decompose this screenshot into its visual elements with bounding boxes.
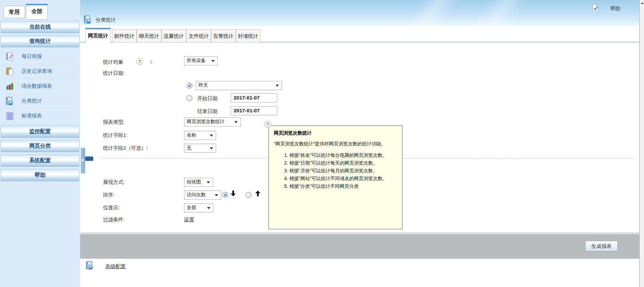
display-mode-label: 展现方式: bbox=[103, 179, 125, 185]
input-value: 2017-01-07 bbox=[234, 108, 260, 113]
sidebar-tab-all[interactable]: 全部 bbox=[26, 4, 48, 20]
tooltip-item: 根据“分类”可以统计不同网页分类 bbox=[289, 183, 397, 190]
sidebar: 常用 全部 当前在线 查询统计 每日简报 历史记录查询 综合数据报表 bbox=[0, 0, 80, 287]
end-date-input[interactable]: 2017-01-07 bbox=[231, 106, 277, 115]
section-label: 当前在线 bbox=[29, 24, 51, 30]
standard-report-icon bbox=[5, 111, 14, 121]
sort-select[interactable]: 访问次数 bbox=[184, 191, 221, 200]
sidebar-section-monitor-config[interactable]: 监控配置 bbox=[1, 125, 79, 138]
tab-alarm-stats[interactable]: 告警统计 bbox=[211, 29, 236, 42]
header-banner: 分类统计 帮助 bbox=[80, 0, 639, 26]
generate-report-button[interactable]: 生成报表 bbox=[585, 241, 618, 251]
tab-file-stats[interactable]: 文件统计 bbox=[186, 29, 211, 42]
display-mode-select[interactable]: 柱状图 bbox=[184, 178, 213, 187]
select-value: 网页浏览次数统计 bbox=[187, 119, 225, 125]
help-doc-icon[interactable] bbox=[592, 4, 599, 12]
sidebar-item-standard-report[interactable]: 标准报表 bbox=[0, 109, 80, 124]
tab-web-stats[interactable]: 网页统计 bbox=[85, 28, 111, 42]
question-icon[interactable]: ? bbox=[264, 121, 271, 128]
arrow-down-icon bbox=[230, 190, 236, 197]
history-clipboard-icon bbox=[5, 67, 14, 76]
stat-object-select[interactable]: 所有设备 bbox=[184, 56, 218, 65]
chevron-down-icon bbox=[234, 121, 238, 123]
daily-report-icon bbox=[5, 52, 14, 61]
stat-object-label: 统计对象 bbox=[103, 59, 123, 65]
banner-streak bbox=[467, 0, 531, 26]
sidebar-tab-all-label: 全部 bbox=[31, 8, 42, 14]
scroll-up-icon bbox=[641, 2, 644, 4]
quick-date-select[interactable]: 昨天 bbox=[196, 81, 282, 90]
quick-date-radio[interactable] bbox=[186, 83, 192, 89]
main-panel: 分类统计 帮助 网页统计 邮件统计 聊天统计 流量统计 文件统计 告警统计 封堵… bbox=[80, 0, 639, 287]
section-label: 帮助 bbox=[35, 172, 46, 178]
section-label: 监控配置 bbox=[29, 128, 51, 134]
sidebar-item-label: 历史记录查询 bbox=[22, 68, 52, 75]
collapse-left-icon bbox=[81, 159, 83, 162]
end-date-label: 结束日期 bbox=[197, 108, 217, 115]
vertical-scrollbar[interactable] bbox=[639, 0, 644, 287]
report-type-label: 报表类型: bbox=[103, 119, 125, 125]
sidebar-item-label: 标准报表 bbox=[22, 113, 42, 119]
section-label: 网页分类 bbox=[29, 143, 51, 149]
sort-asc-radio[interactable] bbox=[246, 192, 252, 198]
tab-label: 流量统计 bbox=[164, 33, 184, 39]
splitter-grip[interactable] bbox=[85, 156, 93, 161]
tab-label: 封堵统计 bbox=[238, 33, 258, 39]
sidebar-item-label: 每日简报 bbox=[22, 53, 42, 60]
tab-label: 邮件统计 bbox=[114, 33, 135, 39]
help-link[interactable]: 帮助 bbox=[610, 5, 620, 12]
filter-settings-link[interactable]: 设置 bbox=[184, 217, 194, 223]
radio-dot bbox=[188, 84, 191, 87]
sidebar-section-query-stats[interactable]: 查询统计 bbox=[1, 35, 79, 47]
sidebar-item-daily-report[interactable]: 每日简报 bbox=[0, 49, 80, 64]
sidebar-section-help[interactable]: 帮助 bbox=[1, 169, 79, 181]
tab-label: 告警统计 bbox=[213, 33, 234, 39]
tab-traffic-stats[interactable]: 流量统计 bbox=[161, 29, 186, 42]
field1-select[interactable]: 名称 bbox=[184, 131, 216, 140]
only-show-select[interactable]: 全部 bbox=[184, 203, 213, 212]
select-value: 访问次数 bbox=[187, 192, 206, 198]
sidebar-item-data-report[interactable]: 综合数据报表 bbox=[0, 79, 80, 94]
bar-chart-icon bbox=[5, 82, 14, 91]
sidebar-tab-common[interactable]: 常用 bbox=[3, 6, 25, 18]
category-stats-icon bbox=[85, 261, 93, 270]
tooltip-item: 根据“月份”可以统计每月的网页浏览次数。 bbox=[289, 168, 397, 174]
chevron-down-icon bbox=[276, 85, 279, 87]
sort-label: 排序: bbox=[103, 192, 114, 198]
start-date-label: 开始日期 bbox=[197, 95, 217, 102]
field1-label: 统计字段1: bbox=[103, 132, 128, 139]
active-tab-bar bbox=[26, 4, 48, 5]
sidebar-section-system-config[interactable]: 系统配置 bbox=[1, 154, 79, 167]
tooltip-item: 根据“网站”可以统计不同域名的网页浏览次数。 bbox=[289, 175, 397, 182]
page-title: 分类统计 bbox=[96, 17, 116, 23]
sidebar-item-history-query[interactable]: 历史记录查询 bbox=[0, 64, 80, 79]
sort-desc-radio[interactable] bbox=[222, 192, 228, 198]
chevron-down-icon bbox=[210, 135, 213, 137]
start-date-input[interactable]: 2017-01-07 bbox=[231, 93, 277, 103]
tooltip-intro: “网页浏览次数统计”提供对网页浏览次数的统计功能。 bbox=[274, 140, 397, 147]
tab-mail-stats[interactable]: 邮件统计 bbox=[112, 29, 137, 42]
section-label: 系统配置 bbox=[29, 157, 51, 163]
category-stats-icon bbox=[5, 96, 14, 106]
sidebar-section-web-category[interactable]: 网页分类 bbox=[1, 140, 79, 152]
sidebar-splitter[interactable] bbox=[81, 148, 85, 173]
tab-block-stats[interactable]: 封堵统计 bbox=[236, 29, 260, 42]
report-type-select[interactable]: 网页浏览次数统计 bbox=[184, 117, 241, 126]
question-icon[interactable]: ? bbox=[136, 58, 143, 65]
sidebar-section-online[interactable]: 当前在线 bbox=[1, 21, 79, 33]
tooltip-list: 根据“姓名”可以统计每台电脑的网页浏览次数。 根据“日期”可以统计每天的网页浏览… bbox=[274, 152, 397, 189]
tab-chat-stats[interactable]: 聊天统计 bbox=[137, 29, 161, 42]
chevron-down-icon bbox=[210, 147, 213, 149]
date-range-radio[interactable] bbox=[186, 95, 192, 101]
chevron-down-icon bbox=[207, 181, 210, 183]
report-type-tooltip: 网页浏览次数统计 “网页浏览次数统计”提供对网页浏览次数的统计功能。 根据“姓名… bbox=[268, 125, 403, 229]
select-value: 昨天 bbox=[199, 82, 208, 88]
field2-select[interactable]: 无 bbox=[184, 144, 216, 153]
chevron-down-icon bbox=[211, 60, 215, 62]
select-value: 名称 bbox=[187, 132, 196, 138]
arrow-up-icon bbox=[255, 190, 261, 197]
sidebar-item-category-stats[interactable]: 分类统计 bbox=[0, 94, 80, 109]
tooltip-item: 根据“日期”可以统计每天的网页浏览次数。 bbox=[289, 160, 397, 166]
advanced-config-link[interactable]: 高级配置 bbox=[105, 263, 126, 270]
select-value: 柱状图 bbox=[187, 179, 201, 185]
